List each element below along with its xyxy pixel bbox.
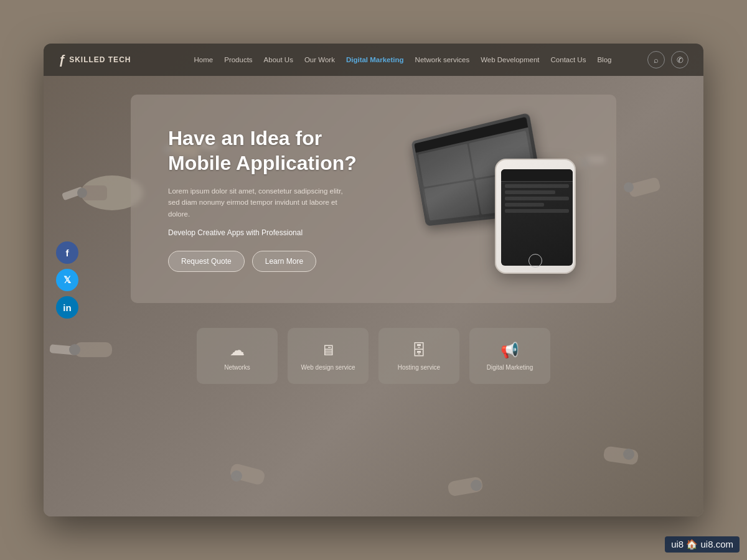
service-digital-marketing[interactable]: 📢 Digital Marketing <box>469 328 550 384</box>
phone-line-3 <box>505 197 569 200</box>
hosting-icon: 🗄 <box>411 342 426 359</box>
hero-tagline: Develop Creative Apps with Professional <box>168 228 386 237</box>
tablet-block-1 <box>418 144 473 187</box>
learn-more-button[interactable]: Learn More <box>252 251 316 272</box>
linkedin-button[interactable]: in <box>56 296 78 319</box>
logo-area: ƒ SKILLED TECH <box>59 53 158 67</box>
phone-mockup <box>486 152 585 277</box>
nav-icons: ⌕ ✆ <box>647 51 688 68</box>
browser-frame: ƒ SKILLED TECH Home Products About Us Ou… <box>44 44 703 516</box>
twitter-icon: 𝕏 <box>63 274 71 286</box>
nav-blog[interactable]: Blog <box>597 56 611 63</box>
phone-icon: ✆ <box>677 55 684 65</box>
search-icon: ⌕ <box>654 55 659 65</box>
networks-icon: ☁ <box>230 342 245 359</box>
hero-card: Have an Idea forMobile Application? Lore… <box>131 95 616 303</box>
social-sidebar: f 𝕏 in <box>56 241 78 319</box>
nav-web-dev[interactable]: Web Development <box>481 56 539 63</box>
nav-contact[interactable]: Contact Us <box>551 56 586 63</box>
web-design-label: Web design service <box>301 364 355 371</box>
phone-home-button <box>529 254 542 268</box>
watermark: ui8 🏠 ui8.com <box>665 536 740 553</box>
digital-marketing-icon: 📢 <box>500 342 519 359</box>
nav-network[interactable]: Network services <box>415 56 470 63</box>
service-hosting[interactable]: 🗄 Hosting service <box>378 328 459 384</box>
phone-screen <box>501 169 573 266</box>
networks-label: Networks <box>224 364 250 371</box>
navbar: ƒ SKILLED TECH Home Products About Us Ou… <box>44 44 703 76</box>
web-design-icon: 🖥 <box>321 342 336 359</box>
phone-body <box>495 159 576 274</box>
tablet-block-3 <box>424 180 479 220</box>
hosting-label: Hosting service <box>398 364 440 371</box>
hero-text: Have an Idea forMobile Application? Lore… <box>168 126 386 272</box>
nav-home[interactable]: Home <box>194 56 214 63</box>
phone-line-5 <box>505 209 569 213</box>
main-content: Have an Idea forMobile Application? Lore… <box>44 76 703 516</box>
nav-about[interactable]: About Us <box>264 56 293 63</box>
hero-buttons: Request Quote Learn More <box>168 251 386 272</box>
nav-products[interactable]: Products <box>224 56 252 63</box>
phone-line-2 <box>505 190 555 194</box>
service-networks[interactable]: ☁ Networks <box>197 328 278 384</box>
phone-status-bar <box>501 169 573 182</box>
service-cards: ☁ Networks 🖥 Web design service 🗄 Hostin… <box>197 328 550 384</box>
facebook-icon: f <box>66 248 69 258</box>
hero-title: Have an Idea forMobile Application? <box>168 126 386 175</box>
phone-line-4 <box>505 203 544 207</box>
nav-ourwork[interactable]: Our Work <box>304 56 335 63</box>
hero-description: Lorem ipsum dolor sit amet, consetetur s… <box>168 185 355 220</box>
search-button[interactable]: ⌕ <box>647 51 665 68</box>
twitter-button[interactable]: 𝕏 <box>56 269 78 291</box>
nav-digital-marketing[interactable]: Digital Marketing <box>346 56 404 63</box>
device-mockup <box>398 128 585 271</box>
nav-links: Home Products About Us Our Work Digital … <box>158 56 647 63</box>
phone-button[interactable]: ✆ <box>671 51 688 68</box>
logo-icon: ƒ <box>59 53 65 67</box>
logo-text: SKILLED TECH <box>69 55 131 64</box>
phone-line-1 <box>505 184 569 188</box>
request-quote-button[interactable]: Request Quote <box>168 251 245 272</box>
linkedin-icon: in <box>63 302 71 313</box>
service-web-design[interactable]: 🖥 Web design service <box>288 328 369 384</box>
facebook-button[interactable]: f <box>56 241 78 264</box>
digital-marketing-label: Digital Marketing <box>487 364 533 371</box>
watermark-text: ui8 🏠 ui8.com <box>671 539 733 549</box>
